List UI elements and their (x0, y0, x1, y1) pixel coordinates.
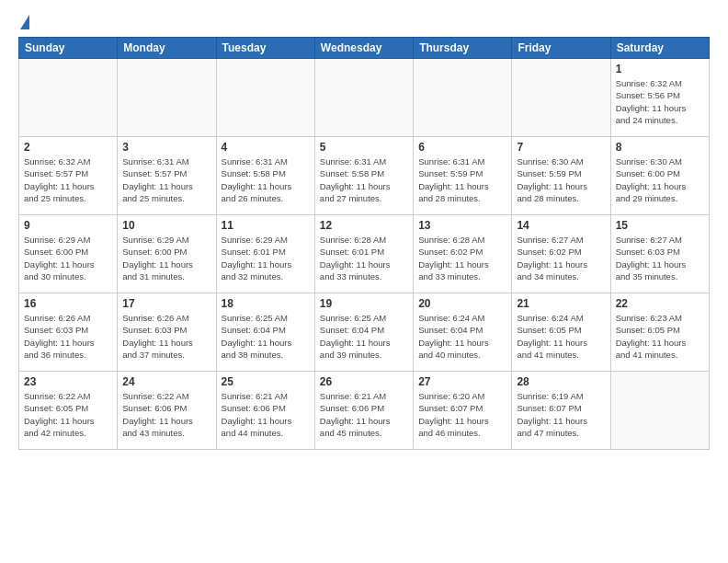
day-info: Sunrise: 6:19 AM Sunset: 6:07 PM Dayligh… (517, 390, 605, 439)
day-info: Sunrise: 6:32 AM Sunset: 5:57 PM Dayligh… (24, 155, 112, 204)
calendar-cell: 17Sunrise: 6:26 AM Sunset: 6:03 PM Dayli… (118, 293, 216, 372)
day-info: Sunrise: 6:24 AM Sunset: 6:05 PM Dayligh… (517, 312, 605, 361)
day-info: Sunrise: 6:22 AM Sunset: 6:05 PM Dayligh… (24, 390, 112, 439)
calendar-week-0: 1Sunrise: 6:32 AM Sunset: 5:56 PM Daylig… (19, 59, 710, 137)
day-info: Sunrise: 6:23 AM Sunset: 6:05 PM Dayligh… (616, 312, 704, 361)
day-number: 22 (616, 297, 704, 310)
calendar-cell: 26Sunrise: 6:21 AM Sunset: 6:06 PM Dayli… (314, 372, 413, 450)
day-number: 9 (24, 219, 112, 232)
day-number: 19 (320, 297, 408, 310)
day-info: Sunrise: 6:31 AM Sunset: 5:58 PM Dayligh… (222, 155, 310, 204)
page: SundayMondayTuesdayWednesdayThursdayFrid… (0, 0, 728, 563)
day-number: 14 (517, 219, 605, 232)
day-number: 20 (418, 297, 506, 310)
day-number: 11 (222, 219, 310, 232)
calendar-cell: 2Sunrise: 6:32 AM Sunset: 5:57 PM Daylig… (19, 137, 118, 215)
calendar-week-2: 9Sunrise: 6:29 AM Sunset: 6:00 PM Daylig… (19, 215, 710, 293)
calendar-cell: 16Sunrise: 6:26 AM Sunset: 6:03 PM Dayli… (19, 293, 118, 372)
day-info: Sunrise: 6:29 AM Sunset: 6:00 PM Dayligh… (122, 234, 210, 282)
calendar-cell: 28Sunrise: 6:19 AM Sunset: 6:07 PM Dayli… (512, 372, 610, 450)
day-number: 16 (24, 297, 112, 310)
calendar-cell: 27Sunrise: 6:20 AM Sunset: 6:07 PM Dayli… (414, 372, 512, 450)
calendar: SundayMondayTuesdayWednesdayThursdayFrid… (18, 37, 710, 450)
calendar-cell (314, 59, 413, 137)
day-number: 12 (320, 219, 408, 232)
day-number: 17 (122, 297, 210, 310)
day-number: 8 (616, 141, 704, 154)
calendar-header-thursday: Thursday (414, 38, 512, 59)
calendar-week-4: 23Sunrise: 6:22 AM Sunset: 6:05 PM Dayli… (19, 372, 710, 450)
calendar-cell: 8Sunrise: 6:30 AM Sunset: 6:00 PM Daylig… (610, 137, 709, 215)
day-info: Sunrise: 6:28 AM Sunset: 6:02 PM Dayligh… (418, 234, 506, 282)
day-number: 28 (517, 375, 605, 388)
day-number: 27 (418, 375, 506, 388)
day-number: 3 (122, 141, 210, 154)
calendar-cell: 5Sunrise: 6:31 AM Sunset: 5:58 PM Daylig… (314, 137, 413, 215)
calendar-cell: 24Sunrise: 6:22 AM Sunset: 6:06 PM Dayli… (118, 372, 216, 450)
calendar-header-tuesday: Tuesday (216, 38, 314, 59)
day-info: Sunrise: 6:26 AM Sunset: 6:03 PM Dayligh… (24, 312, 112, 361)
day-number: 7 (517, 141, 605, 154)
day-info: Sunrise: 6:20 AM Sunset: 6:07 PM Dayligh… (418, 390, 506, 439)
day-number: 13 (418, 219, 506, 232)
calendar-cell: 7Sunrise: 6:30 AM Sunset: 5:59 PM Daylig… (512, 137, 610, 215)
day-info: Sunrise: 6:27 AM Sunset: 6:03 PM Dayligh… (616, 234, 704, 282)
calendar-cell: 12Sunrise: 6:28 AM Sunset: 6:01 PM Dayli… (314, 215, 413, 293)
day-number: 10 (122, 219, 210, 232)
calendar-header-saturday: Saturday (610, 38, 709, 59)
calendar-cell (118, 59, 216, 137)
day-number: 24 (122, 375, 210, 388)
calendar-cell: 15Sunrise: 6:27 AM Sunset: 6:03 PM Dayli… (610, 215, 709, 293)
calendar-cell: 19Sunrise: 6:25 AM Sunset: 6:04 PM Dayli… (314, 293, 413, 372)
calendar-cell (610, 372, 709, 450)
calendar-cell: 20Sunrise: 6:24 AM Sunset: 6:04 PM Dayli… (414, 293, 512, 372)
day-info: Sunrise: 6:32 AM Sunset: 5:56 PM Dayligh… (616, 77, 704, 126)
calendar-cell: 11Sunrise: 6:29 AM Sunset: 6:01 PM Dayli… (216, 215, 314, 293)
day-number: 5 (320, 141, 408, 154)
calendar-cell: 10Sunrise: 6:29 AM Sunset: 6:00 PM Dayli… (118, 215, 216, 293)
day-info: Sunrise: 6:27 AM Sunset: 6:02 PM Dayligh… (517, 234, 605, 282)
calendar-header-row: SundayMondayTuesdayWednesdayThursdayFrid… (19, 38, 710, 59)
day-number: 15 (616, 219, 704, 232)
calendar-week-3: 16Sunrise: 6:26 AM Sunset: 6:03 PM Dayli… (19, 293, 710, 372)
day-info: Sunrise: 6:29 AM Sunset: 6:01 PM Dayligh… (222, 234, 310, 282)
day-info: Sunrise: 6:31 AM Sunset: 5:57 PM Dayligh… (122, 155, 210, 204)
calendar-cell: 25Sunrise: 6:21 AM Sunset: 6:06 PM Dayli… (216, 372, 314, 450)
calendar-cell: 18Sunrise: 6:25 AM Sunset: 6:04 PM Dayli… (216, 293, 314, 372)
calendar-cell: 13Sunrise: 6:28 AM Sunset: 6:02 PM Dayli… (414, 215, 512, 293)
day-number: 6 (418, 141, 506, 154)
day-info: Sunrise: 6:24 AM Sunset: 6:04 PM Dayligh… (418, 312, 506, 361)
calendar-cell: 9Sunrise: 6:29 AM Sunset: 6:00 PM Daylig… (19, 215, 118, 293)
day-info: Sunrise: 6:31 AM Sunset: 5:58 PM Dayligh… (320, 155, 408, 204)
day-info: Sunrise: 6:26 AM Sunset: 6:03 PM Dayligh… (122, 312, 210, 361)
calendar-cell (19, 59, 118, 137)
calendar-week-1: 2Sunrise: 6:32 AM Sunset: 5:57 PM Daylig… (19, 137, 710, 215)
day-number: 25 (222, 375, 310, 388)
day-info: Sunrise: 6:25 AM Sunset: 6:04 PM Dayligh… (222, 312, 310, 361)
day-number: 4 (222, 141, 310, 154)
day-number: 18 (222, 297, 310, 310)
day-number: 23 (24, 375, 112, 388)
calendar-cell: 23Sunrise: 6:22 AM Sunset: 6:05 PM Dayli… (19, 372, 118, 450)
header (18, 15, 710, 29)
calendar-cell: 6Sunrise: 6:31 AM Sunset: 5:59 PM Daylig… (414, 137, 512, 215)
day-info: Sunrise: 6:30 AM Sunset: 6:00 PM Dayligh… (616, 155, 704, 204)
calendar-cell: 21Sunrise: 6:24 AM Sunset: 6:05 PM Dayli… (512, 293, 610, 372)
day-number: 1 (616, 63, 704, 75)
day-info: Sunrise: 6:25 AM Sunset: 6:04 PM Dayligh… (320, 312, 408, 361)
calendar-header-sunday: Sunday (19, 38, 118, 59)
calendar-cell (512, 59, 610, 137)
calendar-cell: 14Sunrise: 6:27 AM Sunset: 6:02 PM Dayli… (512, 215, 610, 293)
logo (18, 15, 29, 29)
calendar-header-friday: Friday (512, 38, 610, 59)
day-info: Sunrise: 6:22 AM Sunset: 6:06 PM Dayligh… (122, 390, 210, 439)
calendar-cell: 1Sunrise: 6:32 AM Sunset: 5:56 PM Daylig… (610, 59, 709, 137)
day-number: 26 (320, 375, 408, 388)
calendar-cell (216, 59, 314, 137)
calendar-cell (414, 59, 512, 137)
day-info: Sunrise: 6:28 AM Sunset: 6:01 PM Dayligh… (320, 234, 408, 282)
calendar-cell: 22Sunrise: 6:23 AM Sunset: 6:05 PM Dayli… (610, 293, 709, 372)
day-info: Sunrise: 6:21 AM Sunset: 6:06 PM Dayligh… (320, 390, 408, 439)
day-number: 21 (517, 297, 605, 310)
day-number: 2 (24, 141, 112, 154)
